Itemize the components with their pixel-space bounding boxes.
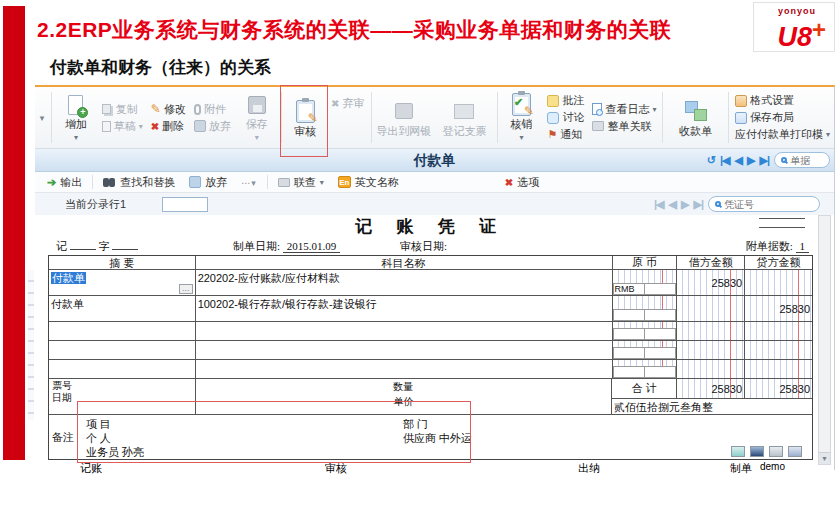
- summary-cell[interactable]: 付款单: [49, 296, 196, 321]
- output-arrow-icon: ➔: [47, 177, 56, 188]
- unaudit-button[interactable]: 弃审: [331, 96, 364, 110]
- save-button[interactable]: 保存▾: [235, 89, 279, 146]
- attachment-button[interactable]: 附件: [194, 102, 231, 116]
- project-field[interactable]: 项 目: [86, 417, 111, 432]
- auditor-label: 审核: [325, 461, 347, 476]
- voucher-row-empty: [49, 360, 812, 379]
- scroll-down-icon[interactable]: ▼: [819, 452, 830, 464]
- vertical-scrollbar[interactable]: ▼: [818, 215, 831, 465]
- dept-field[interactable]: 部 门: [403, 417, 428, 432]
- chevron-down-icon: ▾: [652, 105, 656, 114]
- last-record-icon[interactable]: ▶|: [759, 154, 769, 167]
- output-button[interactable]: ➔输出: [43, 174, 86, 190]
- register-check-icon: [454, 98, 474, 125]
- credit-cell[interactable]: 25830: [745, 296, 812, 321]
- paperclip-icon: [194, 104, 201, 115]
- yonyou-u8-logo: yonyou U8+: [753, 2, 835, 52]
- writeoff-button[interactable]: ✔✎ 核销▾: [500, 89, 544, 146]
- slide-accent-bar: [3, 6, 25, 460]
- search-icon: [781, 157, 787, 163]
- voucher-word-blank[interactable]: [70, 239, 96, 250]
- voucher-table: 摘 要 科目名称 原 币 借方金额 贷方金额 付款单 … 220202-应付账款…: [48, 255, 813, 460]
- currency-cell[interactable]: [613, 296, 678, 321]
- debit-cell[interactable]: 25830: [677, 270, 745, 295]
- chevron-down-icon: ▾: [74, 131, 78, 144]
- unaudit-icon: [331, 97, 339, 109]
- voucher-search-box[interactable]: [708, 196, 820, 212]
- document-search-box[interactable]: [774, 152, 830, 168]
- date-label: 日期: [52, 392, 192, 404]
- entry-row-input[interactable]: [162, 197, 208, 212]
- exchange-rate-box: [645, 283, 677, 295]
- document-search-input[interactable]: [790, 155, 823, 166]
- delete-button[interactable]: 删除: [151, 119, 186, 133]
- bookkeeper-label: 记账: [80, 461, 102, 476]
- format-settings-button[interactable]: 格式设置: [735, 94, 830, 108]
- abandon2-button[interactable]: 放弃: [185, 174, 231, 190]
- made-date-label: 制单日期:: [233, 240, 280, 252]
- voucher-table-header: 摘 要 科目名称 原 币 借方金额 贷方金额: [49, 256, 812, 270]
- link-query-button[interactable]: 联查▾: [274, 174, 328, 190]
- draft-button[interactable]: 草稿▾: [102, 119, 143, 133]
- first-record-icon[interactable]: |◀: [720, 154, 730, 167]
- prev-voucher-icon[interactable]: ◀: [669, 198, 676, 211]
- summary-cell[interactable]: 付款单 …: [49, 270, 196, 295]
- voucher-row-empty: [49, 322, 812, 341]
- account-cell[interactable]: 100202-银行存款/银行存款-建设银行: [196, 296, 613, 321]
- english-name-button[interactable]: En英文名称: [334, 174, 403, 190]
- find-replace-button[interactable]: 查找和替换: [99, 174, 179, 190]
- binoculars-icon: [103, 178, 109, 187]
- modify-button[interactable]: 修改: [151, 102, 186, 116]
- search-icon: [715, 201, 721, 207]
- footer-tool-icon-3[interactable]: [769, 446, 783, 457]
- supplier-field[interactable]: 供应商 中外运: [403, 431, 472, 446]
- left-edge-tab: [28, 270, 34, 420]
- ellipsis-button[interactable]: …: [179, 284, 193, 294]
- person-field[interactable]: 个 人: [86, 431, 111, 446]
- total-credit-cell: 25830: [745, 379, 812, 398]
- annotate-button[interactable]: 批注: [547, 94, 584, 108]
- footer-tool-icon-2[interactable]: [750, 446, 764, 457]
- link-all-button[interactable]: 整单关联: [592, 119, 656, 133]
- notify-button[interactable]: 通知: [547, 128, 584, 142]
- currency-cell[interactable]: RMB: [613, 270, 678, 295]
- more-button[interactable]: [237, 174, 261, 190]
- receipt-button[interactable]: 收款单: [665, 89, 726, 146]
- printer-icon: [278, 178, 290, 187]
- voucher-number-blank[interactable]: [112, 239, 138, 250]
- voucher-title: 记 账 凭 证: [48, 217, 813, 237]
- save-layout-button[interactable]: 保存布局: [735, 111, 830, 125]
- account-cell[interactable]: 220202-应付账款/应付材料款: [196, 270, 613, 295]
- voucher-word-label: 记: [56, 240, 67, 252]
- refresh-icon[interactable]: ↺: [707, 154, 715, 167]
- register-check-button[interactable]: 登记支票: [434, 89, 495, 146]
- layout-grid-icon: [735, 112, 747, 124]
- next-record-icon[interactable]: ▶: [747, 154, 754, 167]
- export-to-bank-button[interactable]: 导出到网银: [373, 89, 434, 146]
- summary-selected-text[interactable]: 付款单: [51, 272, 86, 284]
- footer-tool-icon-4[interactable]: [788, 446, 802, 457]
- logo-plus-text: +: [812, 16, 826, 43]
- options-button[interactable]: 选项: [501, 174, 543, 190]
- secondary-toolbar: ➔输出 查找和替换 放弃 联查▾ En英文名称 选项: [35, 172, 834, 193]
- toolbar-overflow-caret[interactable]: ▾: [35, 89, 49, 146]
- copy-button[interactable]: 复制: [102, 102, 143, 116]
- salesman-field[interactable]: 业务员 孙亮: [86, 445, 144, 460]
- last-voucher-icon[interactable]: ▶|: [693, 198, 703, 211]
- view-log-button[interactable]: 查看日志▾: [592, 102, 656, 116]
- prev-record-icon[interactable]: ◀: [735, 154, 742, 167]
- credit-cell[interactable]: [745, 270, 812, 295]
- debit-cell[interactable]: [677, 296, 745, 321]
- voucher-search-input[interactable]: [724, 199, 813, 210]
- total-debit-cell: 25830: [677, 379, 745, 398]
- chevron-down-icon: ▾: [320, 178, 324, 187]
- abandon-button[interactable]: 放弃: [194, 119, 231, 133]
- audit-button[interactable]: ✎ 审核: [283, 89, 327, 146]
- first-voucher-icon[interactable]: |◀: [654, 198, 664, 211]
- footer-tool-icon-1[interactable]: [731, 446, 745, 457]
- print-template-button[interactable]: 应付付款单打印模▾: [735, 128, 830, 142]
- add-button[interactable]: + 增加▾: [54, 89, 98, 146]
- copy-icon: [102, 104, 111, 114]
- next-voucher-icon[interactable]: ▶: [681, 198, 688, 211]
- discuss-button[interactable]: 讨论: [547, 111, 584, 125]
